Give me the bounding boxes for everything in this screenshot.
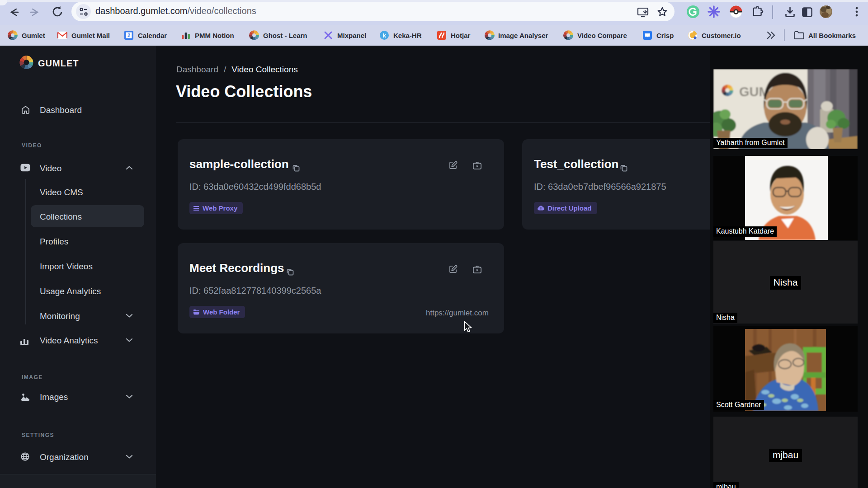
svg-text:k: k xyxy=(382,32,386,39)
svg-text:2: 2 xyxy=(127,33,130,38)
